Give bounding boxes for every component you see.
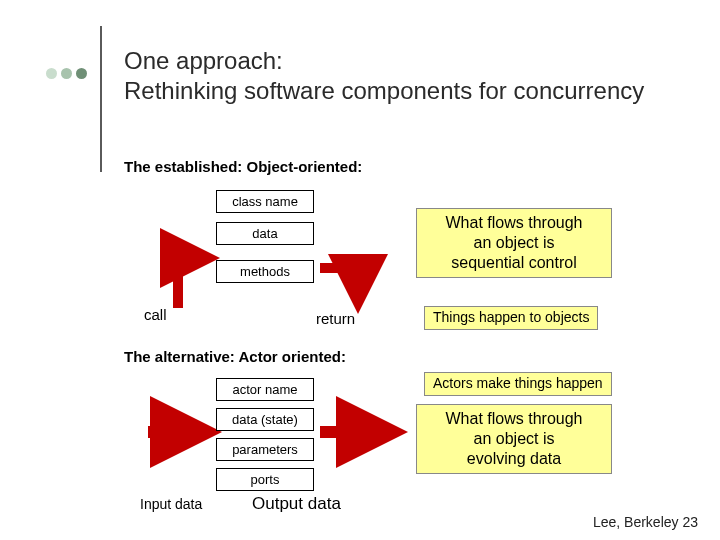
actor-ports-box: ports — [216, 468, 314, 491]
section-alternative: The alternative: Actor oriented: — [124, 348, 346, 365]
call-label: call — [144, 306, 167, 323]
note-line: an object is — [427, 429, 601, 449]
title-line2: Rethinking software components for concu… — [124, 76, 644, 106]
page-title: One approach: Rethinking software compon… — [124, 46, 644, 106]
note-line: What flows through — [427, 213, 601, 233]
title-line1: One approach: — [124, 46, 644, 76]
object-data-box: data — [216, 222, 314, 245]
note-line: evolving data — [427, 449, 601, 469]
footer-credit: Lee, Berkeley 23 — [593, 514, 698, 530]
section-established: The established: Object-oriented: — [124, 158, 362, 175]
actor-parameters-box: parameters — [216, 438, 314, 461]
header-bullets — [46, 68, 87, 79]
note-line: What flows through — [427, 409, 601, 429]
object-methods-box: methods — [216, 260, 314, 283]
actor-data-state-box: data (state) — [216, 408, 314, 431]
note-line: sequential control — [427, 253, 601, 273]
bullet-icon — [46, 68, 57, 79]
bullet-icon — [76, 68, 87, 79]
object-flow-note: What flows through an object is sequenti… — [416, 208, 612, 278]
bullet-icon — [61, 68, 72, 79]
object-class-name-box: class name — [216, 190, 314, 213]
actors-make-things-note: Actors make things happen — [424, 372, 612, 396]
output-data-label: Output data — [252, 494, 341, 514]
actor-name-box: actor name — [216, 378, 314, 401]
input-data-label: Input data — [140, 496, 202, 512]
note-line: an object is — [427, 233, 601, 253]
return-label: return — [316, 310, 355, 327]
divider-icon — [100, 26, 102, 172]
object-things-happen-note: Things happen to objects — [424, 306, 598, 330]
actor-flow-note: What flows through an object is evolving… — [416, 404, 612, 474]
